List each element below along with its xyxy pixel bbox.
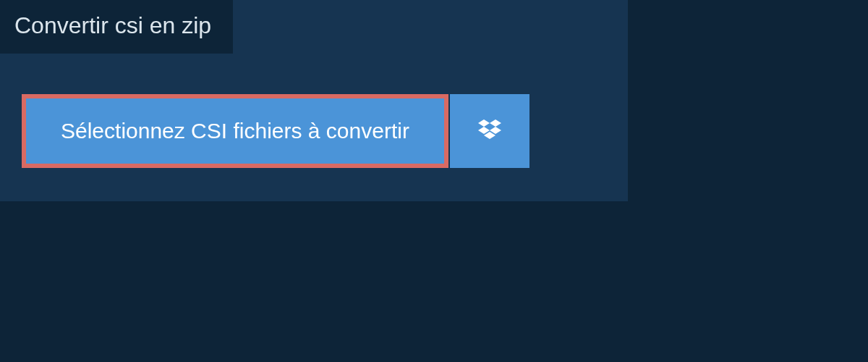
- dropbox-button[interactable]: [450, 94, 529, 168]
- action-row: Sélectionnez CSI fichiers à convertir: [22, 94, 529, 168]
- page-title: Convertir csi en zip: [0, 0, 233, 54]
- converter-panel: Convertir csi en zip Sélectionnez CSI fi…: [0, 0, 628, 201]
- select-files-button[interactable]: Sélectionnez CSI fichiers à convertir: [22, 94, 448, 168]
- title-text: Convertir csi en zip: [14, 12, 211, 38]
- dropbox-icon: [475, 117, 504, 146]
- select-files-label: Sélectionnez CSI fichiers à convertir: [61, 119, 409, 143]
